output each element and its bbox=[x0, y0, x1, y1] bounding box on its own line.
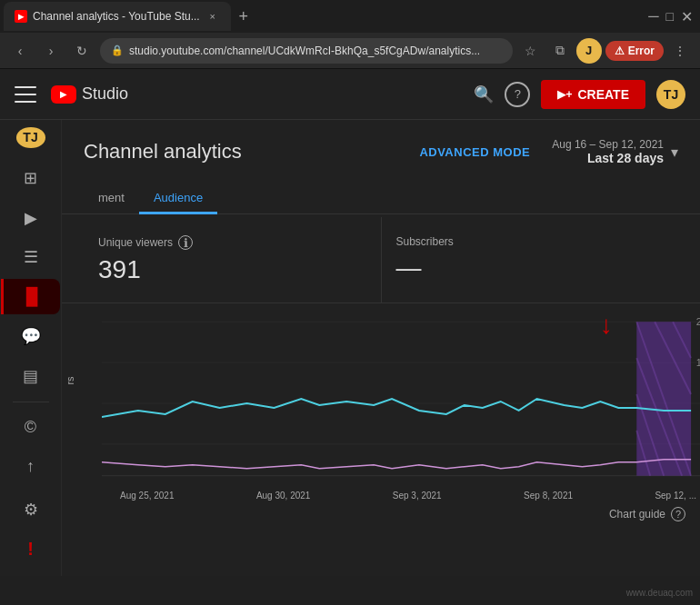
help-button[interactable]: ? bbox=[505, 82, 530, 107]
subscribers-value: — bbox=[396, 253, 665, 283]
main-layout: TJ ⊞ ▶ ☰ ▐▌ 💬 ▤ © ↑ ⚙ ! bbox=[0, 120, 700, 576]
settings-icon: ⚙ bbox=[24, 500, 38, 520]
user-avatar[interactable]: TJ bbox=[656, 80, 685, 109]
analytics-icon: ▐▌ bbox=[20, 287, 44, 306]
subscribers-label: Subscribers bbox=[396, 235, 665, 248]
tab-favicon: ▶ bbox=[15, 10, 27, 23]
sidebar-item-subtitles[interactable]: ▤ bbox=[5, 358, 56, 394]
active-tab[interactable]: ▶ Channel analytics - YouTube Stu... × bbox=[4, 2, 231, 31]
error-button[interactable]: ⚠ Error bbox=[605, 41, 664, 61]
back-button[interactable]: ‹ bbox=[7, 38, 33, 64]
sidebar-item-dashboard[interactable]: ⊞ bbox=[5, 160, 56, 196]
error-label: Error bbox=[628, 45, 655, 57]
tab-audience[interactable]: Audience bbox=[139, 183, 217, 214]
subscribers-card: Subscribers — bbox=[382, 217, 679, 302]
tab-bar: ▶ Channel analytics - YouTube Stu... × +… bbox=[0, 0, 700, 33]
new-tab-button[interactable]: + bbox=[231, 4, 256, 29]
chart-area: rs ↓ 24 16 8 0 bbox=[62, 303, 700, 503]
feedback-icon: ! bbox=[27, 539, 34, 560]
x-label-3: Sep 8, 2021 bbox=[524, 491, 573, 501]
tab-title: Channel analytics - YouTube Stu... bbox=[33, 10, 200, 23]
advanced-mode-button[interactable]: ADVANCED MODE bbox=[419, 145, 530, 159]
date-value: Last 28 days bbox=[552, 151, 664, 165]
svg-text:16: 16 bbox=[696, 357, 700, 368]
sidebar-item-playlists[interactable]: ☰ bbox=[5, 239, 56, 275]
forward-button[interactable]: › bbox=[38, 38, 64, 64]
tab-close-btn[interactable]: × bbox=[205, 9, 220, 24]
tab-engagement-label: ment bbox=[98, 191, 125, 204]
sidebar-divider-1 bbox=[13, 402, 49, 402]
hamburger-line-1 bbox=[15, 86, 36, 88]
lock-icon: 🔒 bbox=[111, 45, 124, 56]
sidebar-item-feedback[interactable]: ! bbox=[5, 531, 56, 568]
analytics-tabs: ment Audience bbox=[62, 173, 700, 214]
tab-engagement[interactable]: ment bbox=[84, 183, 139, 214]
x-label-2: Sep 3, 2021 bbox=[393, 491, 442, 501]
content-header: Channel analytics ADVANCED MODE Aug 16 –… bbox=[62, 120, 700, 165]
x-label-4: Sep 12, ... bbox=[655, 491, 696, 501]
sidebar: TJ ⊞ ▶ ☰ ▐▌ 💬 ▤ © ↑ ⚙ ! bbox=[0, 120, 62, 576]
bookmark-icon[interactable]: ☆ bbox=[518, 38, 544, 64]
stats-row: Unique viewers ℹ 391 Subscribers — bbox=[62, 217, 700, 303]
sidebar-item-upload[interactable]: ↑ bbox=[5, 449, 56, 485]
studio-text: Studio bbox=[82, 84, 128, 104]
hamburger-menu[interactable] bbox=[15, 84, 36, 105]
address-actions: ☆ ⧉ J ⚠ Error ⋮ bbox=[518, 38, 693, 64]
youtube-logo[interactable]: Studio bbox=[51, 84, 128, 104]
content-area: Channel analytics ADVANCED MODE Aug 16 –… bbox=[62, 120, 700, 576]
create-icon: ▶+ bbox=[557, 88, 572, 101]
playlists-icon: ☰ bbox=[24, 247, 38, 267]
sidebar-item-copyright[interactable]: © bbox=[5, 409, 56, 445]
address-input[interactable]: 🔒 studio.youtube.com/channel/UCdkWmRcI-B… bbox=[100, 38, 513, 64]
address-text: studio.youtube.com/channel/UCdkWmRcI-Bkh… bbox=[129, 45, 480, 57]
upload-icon: ↑ bbox=[26, 457, 35, 476]
sidebar-item-comments[interactable]: 💬 bbox=[5, 318, 56, 354]
date-range-text: Aug 16 – Sep 12, 2021 Last 28 days bbox=[552, 138, 664, 165]
page-title: Channel analytics bbox=[84, 140, 242, 164]
comments-icon: 💬 bbox=[21, 326, 41, 346]
refresh-button[interactable]: ↻ bbox=[69, 38, 95, 64]
chart-guide[interactable]: Chart guide ? bbox=[62, 503, 700, 525]
subtitles-icon: ▤ bbox=[23, 366, 38, 386]
sidebar-item-content[interactable]: ▶ bbox=[5, 200, 56, 236]
close-icon[interactable]: ✕ bbox=[681, 8, 693, 25]
content-icon: ▶ bbox=[25, 208, 37, 228]
browser-window: ▶ Channel analytics - YouTube Stu... × +… bbox=[0, 0, 700, 69]
chart-x-labels: Aug 25, 2021 Aug 30, 2021 Sep 3, 2021 Se… bbox=[84, 489, 700, 502]
hamburger-line-2 bbox=[15, 94, 36, 95]
unique-viewers-value: 391 bbox=[98, 255, 366, 284]
info-icon[interactable]: ℹ bbox=[178, 235, 193, 250]
maximize-icon[interactable]: □ bbox=[666, 9, 674, 24]
more-options-icon[interactable]: ⋮ bbox=[667, 38, 693, 64]
header-right: 🔍 ? ▶+ CREATE TJ bbox=[474, 80, 685, 109]
extension-icon[interactable]: ⧉ bbox=[547, 38, 573, 64]
chart-y-label: rs bbox=[65, 376, 75, 384]
x-label-0: Aug 25, 2021 bbox=[120, 491, 175, 501]
chart-guide-icon: ? bbox=[671, 507, 685, 521]
x-label-1: Aug 30, 2021 bbox=[256, 491, 311, 501]
create-button[interactable]: ▶+ CREATE bbox=[541, 80, 645, 109]
dropdown-arrow-icon: ▾ bbox=[671, 144, 678, 161]
youtube-icon bbox=[51, 85, 76, 104]
tab-audience-label: Audience bbox=[154, 191, 203, 204]
create-label: CREATE bbox=[577, 87, 629, 102]
browser-profile-avatar[interactable]: J bbox=[576, 38, 602, 64]
sidebar-user-avatar[interactable]: TJ bbox=[16, 127, 45, 148]
search-icon[interactable]: 🔍 bbox=[474, 84, 494, 104]
date-label: Aug 16 – Sep 12, 2021 bbox=[552, 138, 664, 151]
date-range-selector[interactable]: Aug 16 – Sep 12, 2021 Last 28 days ▾ bbox=[552, 138, 678, 165]
red-arrow-indicator: ↓ bbox=[600, 311, 613, 340]
error-icon: ⚠ bbox=[615, 45, 625, 57]
app-header: Studio 🔍 ? ▶+ CREATE TJ bbox=[0, 69, 700, 120]
sidebar-item-settings[interactable]: ⚙ bbox=[5, 491, 56, 528]
copyright-icon: © bbox=[25, 418, 36, 437]
minimize-icon[interactable]: ─ bbox=[648, 8, 658, 25]
sidebar-item-analytics[interactable]: ▐▌ bbox=[1, 279, 60, 315]
chart-guide-label: Chart guide bbox=[609, 508, 665, 521]
dashboard-icon: ⊞ bbox=[24, 168, 37, 188]
svg-text:24: 24 bbox=[696, 316, 700, 327]
hamburger-line-3 bbox=[15, 101, 36, 103]
address-bar: ‹ › ↻ 🔒 studio.youtube.com/channel/UCdkW… bbox=[0, 33, 700, 69]
unique-viewers-label: Unique viewers ℹ bbox=[98, 235, 366, 250]
unique-viewers-card: Unique viewers ℹ 391 bbox=[84, 217, 382, 302]
